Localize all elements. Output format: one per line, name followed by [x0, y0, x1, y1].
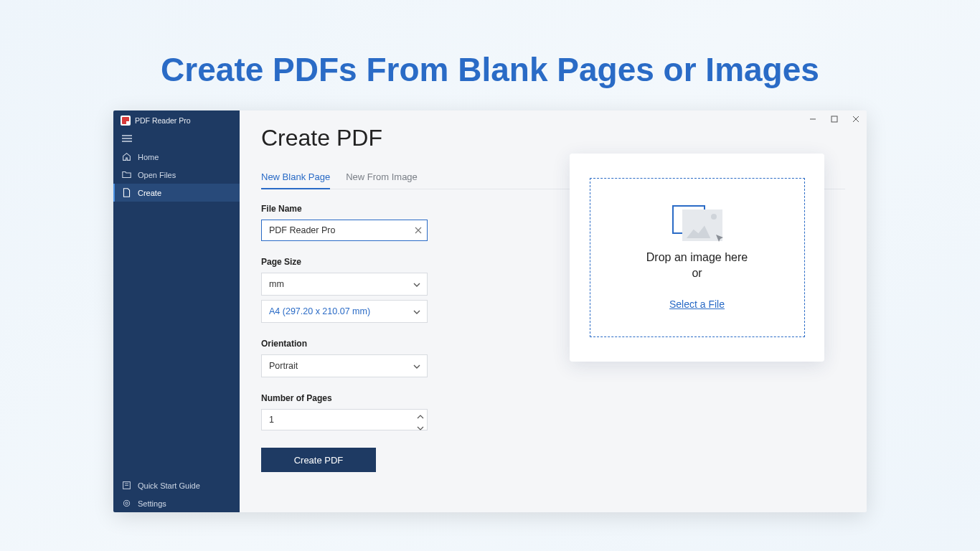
num-pages-label: Number of Pages [261, 393, 428, 403]
svg-point-1 [123, 500, 129, 506]
hero-title: Create PDFs From Blank Pages or Images [0, 0, 980, 110]
select-file-link[interactable]: Select a File [669, 298, 725, 310]
image-drop-icon [672, 205, 722, 242]
close-icon [414, 226, 423, 235]
app-titlebar: PDF Reader Pro [113, 110, 240, 131]
sidebar-item-home[interactable]: Home [113, 148, 240, 166]
page-title: Create PDF [261, 125, 845, 151]
page-size-preset-select[interactable]: A4 (297.20 x 210.07 mm) [261, 300, 428, 323]
app-logo-icon [121, 116, 131, 126]
select-value: A4 (297.20 x 210.07 mm) [269, 306, 370, 316]
orientation-select[interactable]: Portrait [261, 354, 428, 377]
field-num-pages: Number of Pages 1 [261, 393, 428, 430]
sidebar-item-label: Home [138, 153, 159, 161]
spinner-up-button[interactable] [417, 412, 424, 422]
orientation-label: Orientation [261, 339, 428, 349]
drop-text: Drop an image here or [646, 250, 748, 281]
tab-new-blank-page[interactable]: New Blank Page [261, 171, 330, 189]
chevron-up-icon [417, 414, 424, 420]
main-content: Create PDF New Blank Page New From Image… [240, 110, 867, 512]
create-form: File Name Page Size mm A4 (297.20 x 210.… [261, 204, 428, 472]
select-value: Portrait [269, 361, 298, 371]
hamburger-button[interactable] [113, 131, 240, 148]
gear-icon [122, 499, 131, 508]
sidebar-item-open-files[interactable]: Open Files [113, 166, 240, 184]
drop-line1: Drop an image here [646, 250, 748, 265]
sidebar-item-label: Quick Start Guide [138, 481, 200, 490]
home-icon [122, 152, 131, 161]
sidebar-item-create[interactable]: Create [113, 184, 240, 202]
drop-zone[interactable]: Drop an image here or Select a File [590, 178, 805, 337]
sidebar-item-label: Create [138, 189, 161, 197]
svg-point-2 [126, 502, 128, 504]
page-size-unit-select[interactable]: mm [261, 273, 428, 296]
folder-icon [122, 170, 131, 179]
file-name-input[interactable] [261, 220, 428, 241]
chevron-down-icon [413, 308, 421, 319]
chevron-down-icon [413, 281, 421, 291]
sidebar-item-settings[interactable]: Settings [113, 494, 240, 512]
clear-input-button[interactable] [414, 225, 423, 237]
sidebar-item-quick-start[interactable]: Quick Start Guide [113, 476, 240, 494]
app-name: PDF Reader Pro [135, 116, 191, 125]
sidebar-bottom: Quick Start Guide Settings [113, 476, 240, 512]
numeric-value: 1 [269, 415, 274, 425]
document-icon [122, 188, 131, 197]
cursor-icon [715, 234, 725, 244]
sidebar-item-label: Open Files [138, 171, 176, 179]
field-page-size: Page Size mm A4 (297.20 x 210.07 mm) [261, 257, 428, 323]
chevron-down-icon [413, 362, 421, 373]
spinner-down-button[interactable] [417, 423, 424, 433]
drop-panel: Drop an image here or Select a File [570, 154, 824, 362]
select-value: mm [269, 279, 284, 289]
num-pages-input[interactable]: 1 [261, 409, 428, 430]
app-window: PDF Reader Pro Home Open Files Create Qu… [113, 110, 867, 512]
chevron-down-icon [417, 425, 424, 431]
guide-icon [122, 481, 131, 490]
sidebar-nav: Home Open Files Create [113, 148, 240, 476]
file-name-label: File Name [261, 204, 428, 214]
field-orientation: Orientation Portrait [261, 339, 428, 377]
create-pdf-button[interactable]: Create PDF [261, 448, 376, 472]
sidebar-item-label: Settings [138, 499, 166, 508]
tab-new-from-image[interactable]: New From Image [346, 171, 418, 189]
sidebar: PDF Reader Pro Home Open Files Create Qu… [113, 110, 240, 512]
field-file-name: File Name [261, 204, 428, 241]
drop-line2: or [646, 265, 748, 281]
page-size-label: Page Size [261, 257, 428, 267]
